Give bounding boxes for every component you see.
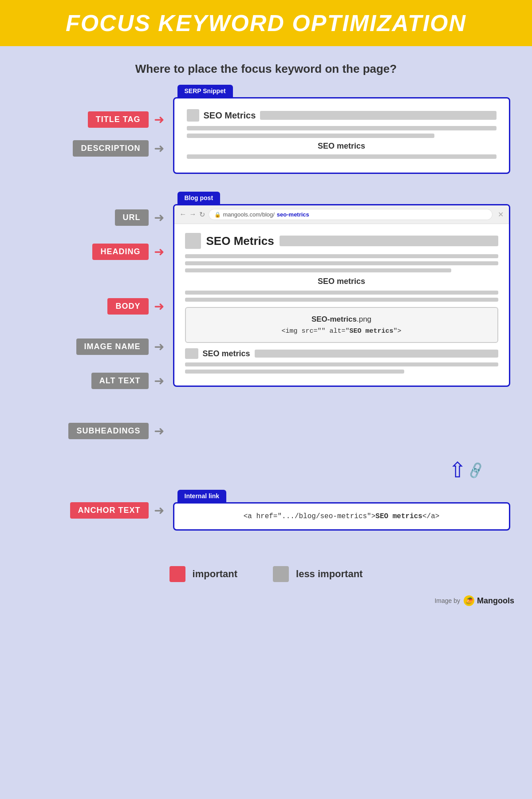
alt-code-keyword: SEO metrics <box>349 327 393 335</box>
serp-line-2 <box>187 134 434 138</box>
footer-logo: 🥭 Mangools <box>464 595 514 606</box>
alt-text-label-group: ALT TEXT ➜ <box>91 373 164 389</box>
forward-icon: → <box>189 210 197 219</box>
subheading-row: SEO metrics <box>185 348 498 359</box>
page-title: FOCUS KEYWORD OPTIMIZATION <box>18 10 514 36</box>
body-badge: BODY <box>107 298 148 315</box>
body-arrow: ➜ <box>154 299 164 314</box>
alt-text-badge: ALT TEXT <box>91 373 149 389</box>
description-label-item: DESCRIPTION ➜ <box>73 140 164 157</box>
header-banner: FOCUS KEYWORD OPTIMIZATION <box>0 0 532 46</box>
blog-body-line-3 <box>185 268 451 272</box>
browser-close-icon: ✕ <box>498 210 504 219</box>
serp-favicon <box>187 109 199 122</box>
lock-icon: 🔒 <box>214 212 221 218</box>
subheadings-arrow: ➜ <box>154 424 164 438</box>
blog-h1-text: SEO Metrics <box>206 234 274 248</box>
legend: important less important <box>22 566 510 582</box>
browser-bar: ← → ↻ 🔒 mangools.com/blog/seo-metrics ✕ <box>174 205 509 224</box>
blog-body-keyword-row: SEO metrics <box>185 277 498 286</box>
legend-less-important: less important <box>273 566 363 582</box>
heading-badge: HEADING <box>92 244 148 260</box>
legend-red-square <box>169 566 185 582</box>
internal-section: ANCHOR TEXT ➜ Internal link <a href="...… <box>22 490 510 531</box>
blog-labels-col: URL ➜ HEADING ➜ BODY ➜ IMAGE NAME ➜ ALT … <box>22 196 164 446</box>
alt-code-suffix: "> <box>394 327 402 335</box>
link-chain-icon: 🔗 <box>466 461 485 480</box>
serp-title-text: SEO Metrics <box>204 110 256 121</box>
mango-icon: 🥭 <box>464 595 474 606</box>
serp-line-1 <box>187 126 497 130</box>
image-name-badge: IMAGE NAME <box>76 338 149 355</box>
serp-section: TITLE TAG ➜ DESCRIPTION ➜ SERP Snippet S… <box>22 85 510 174</box>
blog-body-keyword: SEO metrics <box>318 277 365 286</box>
main-content: TITLE TAG ➜ DESCRIPTION ➜ SERP Snippet S… <box>22 85 510 591</box>
blog-body-line-4 <box>185 291 498 295</box>
heading-arrow: ➜ <box>154 244 164 259</box>
heading-label-group: HEADING ➜ <box>92 244 164 260</box>
blog-tab: Blog post <box>177 192 221 204</box>
browser-url-bar: 🔒 mangools.com/blog/seo-metrics <box>209 209 493 220</box>
image-ext: .png <box>357 315 371 323</box>
internal-mock-box: <a href=".../blog/seo-metrics">SEO metri… <box>173 502 510 531</box>
image-name-arrow: ➜ <box>154 339 164 354</box>
blog-h1-row: SEO Metrics <box>185 233 498 249</box>
alt-text-arrow: ➜ <box>154 374 164 388</box>
refresh-icon: ↻ <box>199 210 205 219</box>
blog-sub-line-2 <box>185 370 404 374</box>
footer-prefix: Image by <box>434 597 460 604</box>
image-name-text: SEO-metrics.png <box>195 315 489 324</box>
arrow-up-area: ⇧ 🔗 <box>22 460 484 481</box>
legend-less-important-label: less important <box>296 568 363 580</box>
url-arrow: ➜ <box>154 210 164 225</box>
alt-code-prefix: <img src="" alt=" <box>281 327 349 335</box>
blog-body-line-2 <box>185 261 498 265</box>
image-name-label-group: IMAGE NAME ➜ <box>76 338 164 355</box>
internal-code-suffix: </a> <box>422 512 439 520</box>
subheading-text: SEO metrics <box>203 349 250 358</box>
subheadings-label-group: SUBHEADINGS ➜ <box>68 423 164 439</box>
description-arrow: ➜ <box>154 141 164 156</box>
blog-body-line-5 <box>185 298 498 302</box>
internal-code-bold: SEO metrics <box>375 512 422 520</box>
blog-sub-line-1 <box>185 362 498 366</box>
blog-mock-box: ← → ↻ 🔒 mangools.com/blog/seo-metrics ✕ <box>173 204 510 387</box>
serp-line-3 <box>187 154 497 159</box>
browser-nav: ← → ↻ <box>180 210 205 219</box>
serp-desc-row: SEO metrics <box>187 142 497 151</box>
blog-body-line-1 <box>185 254 498 258</box>
body-label-group: BODY ➜ <box>107 298 164 315</box>
serp-desc-text: SEO metrics <box>318 142 365 151</box>
internal-labels-col: ANCHOR TEXT ➜ <box>22 502 164 519</box>
internal-mock-wrapper: Internal link <a href=".../blog/seo-metr… <box>173 490 510 531</box>
blog-section: URL ➜ HEADING ➜ BODY ➜ IMAGE NAME ➜ ALT … <box>22 192 510 446</box>
serp-tab: SERP Snippet <box>177 85 233 97</box>
subheading-bar <box>255 350 498 358</box>
serp-labels-col: TITLE TAG ➜ DESCRIPTION ➜ <box>22 102 164 157</box>
subheadings-badge: SUBHEADINGS <box>68 423 148 439</box>
internal-code-prefix: <a href=".../blog/seo-metrics"> <box>244 512 376 520</box>
title-tag-arrow: ➜ <box>154 112 164 127</box>
anchor-text-badge: ANCHOR TEXT <box>70 502 149 519</box>
url-label-group: URL ➜ <box>115 209 164 226</box>
subheading-icon <box>185 348 198 359</box>
subtitle: Where to place the focus keyword on the … <box>135 62 397 76</box>
internal-tab: Internal link <box>177 490 227 502</box>
blog-h1-icon <box>185 233 201 249</box>
title-tag-label-item: TITLE TAG ➜ <box>88 111 164 128</box>
footer: Image by 🥭 Mangools <box>0 591 532 610</box>
blog-mock-wrapper: Blog post ← → ↻ 🔒 mangools.com/blog/seo-… <box>173 192 510 387</box>
legend-important: important <box>169 566 237 582</box>
alt-text-code: <img src="" alt="SEO metrics"> <box>195 327 489 335</box>
image-name-bold: SEO-metrics <box>311 315 357 323</box>
anchor-text-arrow: ➜ <box>154 503 164 518</box>
serp-title-bar <box>260 111 496 120</box>
legend-important-label: important <box>193 568 237 580</box>
legend-gray-square <box>273 566 289 582</box>
blog-content: SEO Metrics SEO metrics <box>174 224 509 386</box>
serp-mock-wrapper: SERP Snippet SEO Metrics SEO metrics <box>173 85 510 174</box>
title-tag-badge: TITLE TAG <box>88 111 149 128</box>
anchor-text-label-item: ANCHOR TEXT ➜ <box>70 502 164 519</box>
back-icon: ← <box>180 210 187 219</box>
url-prefix: mangools.com/blog/ <box>223 211 275 218</box>
